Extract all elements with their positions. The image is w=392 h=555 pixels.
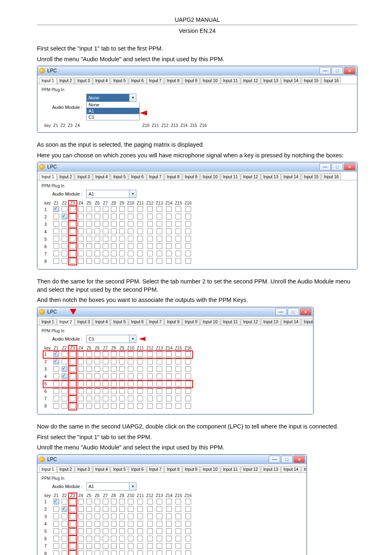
zone-checkbox[interactable] — [166, 236, 172, 242]
zone-checkbox[interactable] — [175, 381, 181, 387]
zone-checkbox[interactable] — [147, 396, 153, 401]
zone-checkbox[interactable] — [53, 243, 59, 249]
tab-input-12[interactable]: Input 12 — [241, 77, 261, 84]
zone-checkbox[interactable] — [95, 243, 100, 249]
zone-checkbox[interactable] — [111, 403, 117, 409]
zone-checkbox[interactable] — [166, 214, 172, 219]
zone-checkbox[interactable] — [62, 221, 67, 227]
zone-checkbox[interactable] — [147, 221, 153, 227]
zone-checkbox[interactable] — [137, 236, 143, 242]
maximize-button[interactable]: □ — [281, 456, 293, 463]
zone-checkbox[interactable] — [166, 403, 172, 409]
zone-checkbox[interactable] — [70, 243, 76, 249]
zone-checkbox[interactable] — [95, 236, 100, 242]
zone-checkbox[interactable] — [147, 366, 153, 372]
zone-checkbox[interactable] — [62, 243, 67, 249]
zone-checkbox[interactable] — [86, 221, 92, 227]
zone-checkbox[interactable] — [119, 366, 125, 372]
combo-option-a1[interactable]: A1 — [86, 108, 140, 114]
zone-checkbox[interactable] — [78, 366, 84, 372]
zone-checkbox[interactable] — [128, 373, 134, 379]
zone-checkbox[interactable] — [157, 536, 162, 541]
tab-input-1[interactable]: Input 1 — [39, 77, 57, 84]
window-titlebar[interactable]: LPC — □ × — [37, 307, 313, 317]
tab-input-13[interactable]: Input 13 — [261, 77, 281, 84]
tab-input-2[interactable]: Input 2 — [57, 318, 75, 325]
zone-checkbox[interactable] — [137, 514, 143, 519]
tab-input-8[interactable]: Input 8 — [164, 318, 182, 325]
zone-checkbox[interactable] — [175, 243, 181, 249]
zone-checkbox[interactable] — [166, 550, 172, 555]
zone-checkbox[interactable] — [185, 550, 191, 555]
zone-checkbox[interactable] — [111, 243, 117, 249]
zone-checkbox[interactable] — [119, 536, 125, 541]
tab-input-6[interactable]: Input 6 — [129, 466, 146, 472]
zone-checkbox[interactable] — [86, 506, 92, 512]
zone-checkbox[interactable] — [86, 528, 92, 534]
zone-checkbox[interactable] — [111, 514, 117, 519]
zone-checkbox[interactable] — [53, 258, 59, 264]
zone-checkbox[interactable] — [166, 228, 172, 234]
zone-checkbox[interactable] — [175, 514, 181, 519]
zone-checkbox[interactable] — [111, 550, 117, 555]
tab-input-14[interactable]: Input 14 — [281, 466, 301, 472]
zone-checkbox[interactable] — [157, 550, 162, 555]
zone-checkbox[interactable] — [78, 396, 84, 401]
tab-input-9[interactable]: Input 9 — [182, 318, 200, 325]
zone-checkbox[interactable] — [166, 351, 172, 357]
zone-checkbox[interactable] — [185, 214, 191, 219]
zone-checkbox[interactable] — [119, 243, 125, 249]
zone-checkbox[interactable] — [95, 528, 100, 534]
zone-checkbox[interactable] — [95, 550, 100, 555]
zone-checkbox[interactable] — [166, 536, 172, 541]
zone-checkbox[interactable] — [53, 506, 59, 512]
tab-input-3[interactable]: Input 3 — [75, 173, 92, 180]
tab-input-6[interactable]: Input 6 — [129, 318, 146, 325]
zone-checkbox[interactable] — [157, 366, 162, 372]
zone-checkbox[interactable] — [137, 359, 143, 364]
zone-checkbox[interactable] — [166, 381, 172, 387]
zone-checkbox[interactable] — [70, 388, 76, 394]
zone-checkbox[interactable] — [147, 373, 153, 379]
zone-checkbox[interactable] — [119, 214, 125, 219]
zone-checkbox[interactable] — [111, 351, 117, 357]
zone-checkbox[interactable] — [128, 221, 134, 227]
zone-checkbox[interactable] — [137, 381, 143, 387]
zone-checkbox[interactable] — [86, 206, 92, 212]
zone-checkbox[interactable] — [166, 514, 172, 519]
zone-checkbox[interactable] — [86, 396, 92, 401]
tab-input-1[interactable]: Input 1 — [39, 318, 57, 325]
tab-input-4[interactable]: Input 4 — [93, 318, 111, 325]
zone-checkbox[interactable] — [103, 206, 108, 212]
zone-checkbox[interactable] — [103, 528, 108, 534]
zone-checkbox[interactable] — [128, 251, 134, 256]
zone-checkbox[interactable] — [157, 258, 162, 264]
zone-checkbox[interactable] — [95, 228, 100, 234]
zone-checkbox[interactable] — [185, 514, 191, 519]
zone-checkbox[interactable] — [95, 381, 100, 387]
zone-checkbox[interactable] — [53, 214, 59, 219]
zone-checkbox[interactable] — [78, 499, 84, 504]
close-button[interactable]: × — [293, 456, 305, 463]
combo-option-none[interactable]: None — [86, 102, 140, 108]
zone-checkbox[interactable] — [70, 381, 76, 387]
zone-checkbox[interactable] — [103, 359, 108, 364]
zone-checkbox[interactable] — [119, 381, 125, 387]
zone-checkbox[interactable] — [53, 251, 59, 256]
zone-checkbox[interactable] — [157, 528, 162, 534]
zone-checkbox[interactable] — [157, 543, 162, 549]
zone-checkbox[interactable] — [166, 221, 172, 227]
zone-checkbox[interactable] — [119, 351, 125, 357]
zone-checkbox[interactable] — [111, 258, 117, 264]
zone-checkbox[interactable] — [166, 251, 172, 256]
zone-checkbox[interactable] — [147, 388, 153, 394]
zone-checkbox[interactable] — [78, 388, 84, 394]
zone-checkbox[interactable] — [95, 543, 100, 549]
zone-checkbox[interactable] — [185, 499, 191, 504]
zone-checkbox[interactable] — [185, 403, 191, 409]
zone-checkbox[interactable] — [119, 528, 125, 534]
zone-checkbox[interactable] — [62, 543, 67, 549]
tab-input-15[interactable]: Input 15 — [301, 77, 321, 84]
zone-checkbox[interactable] — [137, 228, 143, 234]
zone-checkbox[interactable] — [53, 396, 59, 401]
